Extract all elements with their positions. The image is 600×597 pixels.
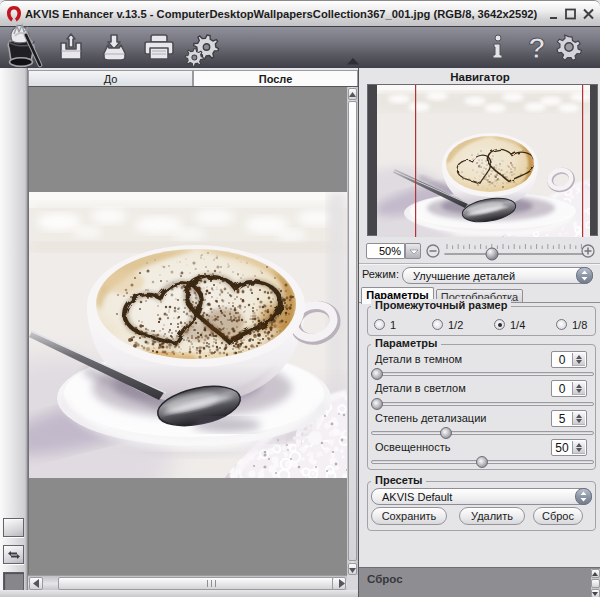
svg-text:?: ?	[528, 32, 546, 64]
